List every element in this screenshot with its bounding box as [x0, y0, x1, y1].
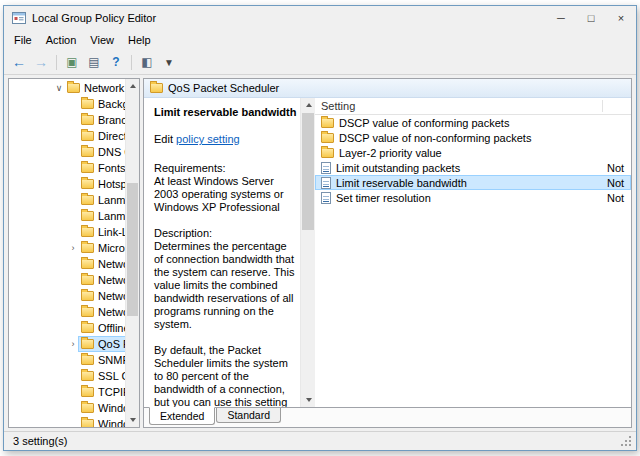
minimize-button[interactable]: ─ — [546, 6, 576, 30]
title-bar[interactable]: Local Group Policy Editor ─ □ × — [4, 6, 636, 30]
tree-item[interactable]: Link-La — [9, 224, 125, 240]
scroll-up-arrow-icon[interactable] — [126, 79, 140, 93]
folder-icon — [81, 131, 94, 141]
folder-icon — [81, 291, 94, 301]
tree-item[interactable]: SSL Co — [9, 368, 125, 384]
scroll-down-arrow-icon[interactable] — [126, 413, 140, 427]
folder-icon — [81, 195, 94, 205]
tree-item-label: Netwo — [94, 258, 125, 270]
help-icon[interactable]: ? — [106, 52, 126, 72]
tree-item[interactable]: DNS C — [9, 144, 125, 160]
setting-row[interactable]: Layer-2 priority value — [315, 145, 631, 160]
tree-item[interactable]: › QoS Pa — [9, 336, 125, 352]
setting-state: Not — [607, 162, 624, 174]
tree-item[interactable]: Netwo — [9, 304, 125, 320]
policy-setting-link[interactable]: policy setting — [176, 133, 240, 145]
menu-item[interactable]: Action — [39, 32, 84, 48]
description-scrollbar[interactable] — [300, 98, 315, 407]
tree-item[interactable]: Windo — [9, 416, 125, 427]
tree-item-label: Network — [80, 82, 124, 94]
setting-row[interactable]: DSCP value of non-conforming packets — [315, 130, 631, 145]
tree-item-network[interactable]: ∨ Network — [9, 80, 125, 96]
resize-grip[interactable] — [629, 444, 631, 446]
policy-icon — [321, 177, 331, 189]
folder-icon — [150, 83, 163, 93]
app-icon — [12, 11, 26, 25]
setting-row[interactable]: Limit outstanding packets Not — [315, 160, 631, 175]
expand-icon[interactable]: › — [67, 339, 79, 349]
folder-icon — [81, 243, 94, 253]
tree-item-label: Fonts — [94, 162, 125, 174]
edit-prefix: Edit — [154, 133, 173, 145]
tree-item[interactable]: TCPIP — [9, 384, 125, 400]
tree-item-label: Branch — [94, 114, 125, 126]
folder-icon — [81, 115, 94, 125]
description-paragraph-2: By default, the Packet Scheduler limits … — [154, 344, 296, 407]
console-tree-icon[interactable]: ◧ — [137, 52, 157, 72]
view-tab[interactable]: Extended — [149, 407, 215, 425]
export-list-icon[interactable]: ▤ — [84, 52, 104, 72]
filter-icon[interactable]: ▼ — [159, 52, 179, 72]
scroll-up-arrow-icon[interactable] — [301, 98, 316, 112]
setting-name: DSCP value of non-conforming packets — [339, 132, 531, 144]
back-icon[interactable]: ← — [9, 52, 29, 72]
tree-item-label: SSL Co — [94, 370, 125, 382]
description-block: Description: Determines the percentage o… — [154, 227, 296, 331]
tree-item[interactable]: Lanma — [9, 208, 125, 224]
menu-item[interactable]: Help — [121, 32, 158, 48]
setting-name: DSCP value of conforming packets — [339, 117, 509, 129]
menu-item[interactable]: File — [7, 32, 39, 48]
expand-icon[interactable]: › — [67, 243, 79, 253]
requirements-label: Requirements: — [154, 162, 296, 175]
menu-item[interactable]: View — [83, 32, 121, 48]
policy-description-panel: Limit reservable bandwidth Edit policy s… — [144, 98, 300, 407]
policy-icon — [321, 162, 331, 174]
close-button[interactable]: × — [606, 6, 636, 30]
up-one-level-icon[interactable]: ▣ — [62, 52, 82, 72]
scrollbar-thumb[interactable] — [302, 113, 314, 230]
setting-row[interactable]: DSCP value of conforming packets — [315, 115, 631, 130]
tree-item[interactable]: Branch — [9, 112, 125, 128]
tree-item-label: SNMP — [94, 354, 125, 366]
tree-item[interactable]: Windo — [9, 400, 125, 416]
folder-icon — [321, 133, 334, 143]
tree-item[interactable]: Netwo — [9, 272, 125, 288]
tree-item-label: Offline — [94, 322, 125, 334]
result-header-label: QoS Packet Scheduler — [168, 82, 279, 94]
setting-row[interactable]: Limit reservable bandwidth Not — [315, 175, 631, 190]
maximize-button[interactable]: □ — [576, 6, 606, 30]
tree-item[interactable]: Netwo — [9, 256, 125, 272]
result-header: QoS Packet Scheduler — [144, 79, 631, 98]
main-area: ∨ Network Backgr B — [4, 75, 636, 431]
collapse-icon[interactable]: ∨ — [53, 83, 65, 93]
setting-column-header[interactable]: Setting — [315, 98, 631, 115]
toolbar-separator[interactable] — [56, 55, 57, 70]
tree-item[interactable]: Hotspo — [9, 176, 125, 192]
edit-policy-line: Edit policy setting — [154, 133, 296, 146]
settings-rows: DSCP value of conforming packets DSCP va… — [315, 115, 631, 205]
folder-icon — [81, 179, 94, 189]
view-tab[interactable]: Standard — [216, 408, 281, 423]
folder-icon — [81, 259, 94, 269]
setting-name: Limit reservable bandwidth — [336, 177, 467, 189]
policy-title: Limit reservable bandwidth — [154, 106, 296, 119]
tree-item[interactable]: Netwo — [9, 288, 125, 304]
tree-item[interactable]: Backgr — [9, 96, 125, 112]
tree-item[interactable]: Fonts — [9, 160, 125, 176]
scroll-down-arrow-icon[interactable] — [301, 393, 316, 407]
view-tabs: ExtendedStandard — [144, 407, 631, 427]
folder-icon — [81, 147, 94, 157]
menu-bar: FileActionViewHelp — [4, 30, 636, 50]
setting-row[interactable]: Set timer resolution Not — [315, 190, 631, 205]
forward-icon[interactable]: → — [31, 52, 51, 72]
tree-item[interactable]: DirectA — [9, 128, 125, 144]
tree-item[interactable]: › Micros — [9, 240, 125, 256]
result-pane: QoS Packet Scheduler Limit reservable ba… — [143, 78, 632, 428]
tree-item[interactable]: Lanma — [9, 192, 125, 208]
toolbar-separator[interactable] — [131, 55, 132, 70]
tree-scrollbar[interactable] — [125, 79, 139, 427]
folder-icon — [81, 323, 94, 333]
tree-item[interactable]: Offline — [9, 320, 125, 336]
tree-item[interactable]: SNMP — [9, 352, 125, 368]
scrollbar-thumb[interactable] — [127, 183, 138, 315]
